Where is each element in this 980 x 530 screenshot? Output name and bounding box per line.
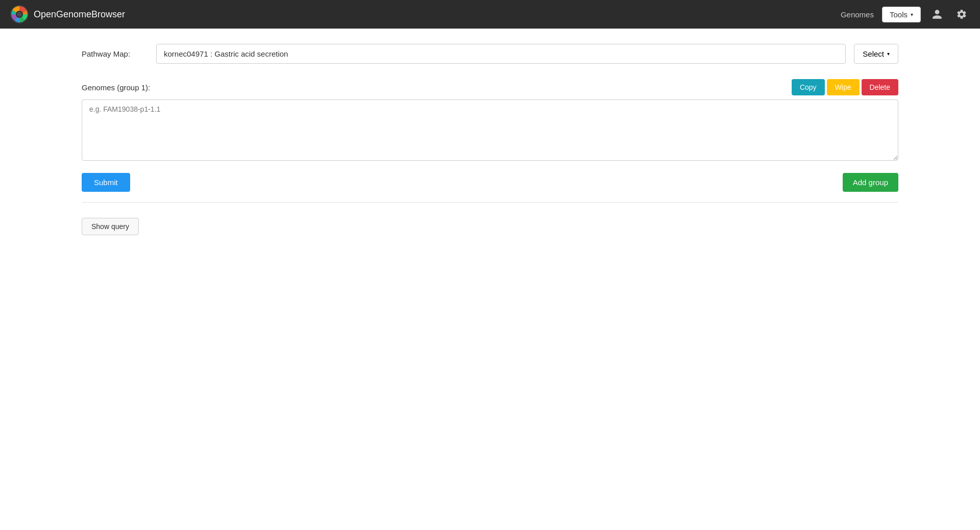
user-icon-button[interactable] [929, 6, 945, 22]
app-title: OpenGenomeBrowser [34, 9, 125, 20]
add-group-button[interactable]: Add group [843, 173, 898, 192]
action-buttons: Copy Wipe Delete [792, 79, 898, 95]
gear-icon [956, 9, 967, 20]
submit-row: Submit Add group [82, 173, 898, 203]
delete-button[interactable]: Delete [862, 79, 898, 95]
tools-dropdown-button[interactable]: Tools ▾ [882, 7, 921, 22]
show-query-section: Show query [82, 218, 898, 235]
genomes-label: Genomes (group 1): [82, 83, 150, 92]
genomes-header: Genomes (group 1): Copy Wipe Delete [82, 79, 898, 95]
genomes-textarea[interactable] [82, 99, 898, 161]
genomes-section: Genomes (group 1): Copy Wipe Delete [82, 79, 898, 163]
pathway-map-input[interactable] [156, 44, 846, 64]
main-content: Pathway Map: Select ▾ Genomes (group 1):… [0, 29, 980, 530]
navbar-left: OpenGenomeBrowser [10, 5, 125, 23]
wipe-button[interactable]: Wipe [827, 79, 860, 95]
settings-icon-button[interactable] [953, 6, 970, 22]
select-button[interactable]: Select ▾ [854, 44, 898, 64]
tools-caret-icon: ▾ [911, 12, 913, 17]
genomes-nav-link[interactable]: Genomes [841, 10, 874, 19]
navbar: OpenGenomeBrowser Genomes Tools ▾ [0, 0, 980, 29]
submit-button[interactable]: Submit [82, 173, 130, 192]
user-icon [932, 9, 943, 20]
show-query-button[interactable]: Show query [82, 218, 139, 235]
pathway-map-row: Pathway Map: Select ▾ [82, 44, 898, 64]
navbar-right: Genomes Tools ▾ [841, 6, 970, 22]
pathway-map-label: Pathway Map: [82, 49, 148, 58]
app-logo [10, 5, 29, 23]
select-caret-icon: ▾ [887, 51, 890, 57]
svg-point-2 [17, 12, 22, 17]
copy-button[interactable]: Copy [792, 79, 825, 95]
